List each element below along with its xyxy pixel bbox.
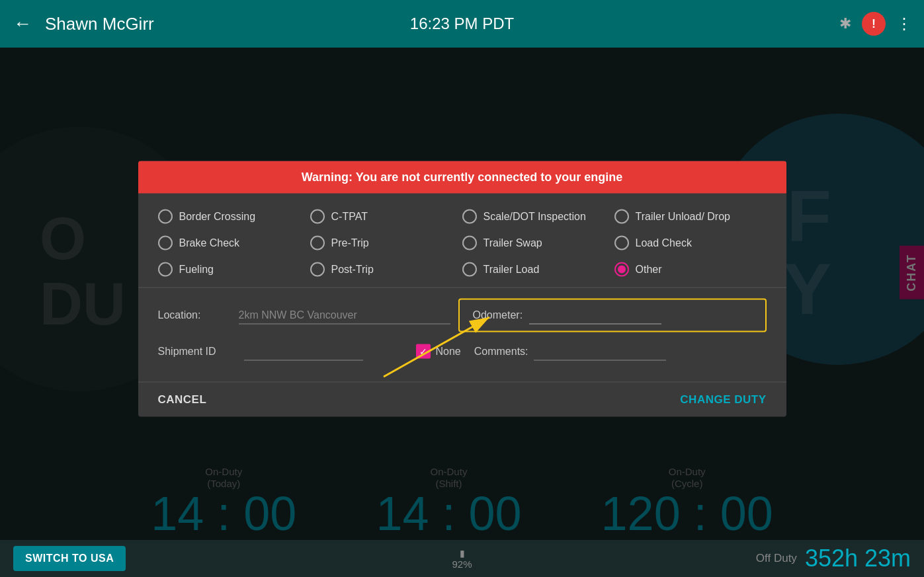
option-label-scale-dot: Scale/DOT Inspection <box>483 210 586 222</box>
option-label-border-crossing: Border Crossing <box>179 210 256 222</box>
battery-icon: ▮ <box>460 548 465 558</box>
cancel-button[interactable]: CANCEL <box>158 393 207 406</box>
none-checkbox-group[interactable]: ✓ None <box>416 344 461 359</box>
change-duty-dialog: Warning: You are not currently connected… <box>138 161 786 416</box>
battery-percentage: 92% <box>452 558 472 570</box>
option-other[interactable]: Other <box>614 262 767 276</box>
dialog-fields: Location: Odometer: Shipment ID ✓ None C… <box>138 288 786 381</box>
none-label: None <box>436 346 461 358</box>
option-label-post-trip: Post-Trip <box>331 263 374 275</box>
odometer-label: Odometer: <box>473 309 523 321</box>
off-duty-label: Off Duty <box>756 552 797 565</box>
option-label-c-tpat: C-TPAT <box>331 210 368 222</box>
current-time: 16:23 PM PDT <box>410 15 514 33</box>
option-load-check[interactable]: Load Check <box>614 235 767 250</box>
option-brake-check[interactable]: Brake Check <box>158 235 310 250</box>
option-pre-trip[interactable]: Pre-Trip <box>310 235 462 250</box>
switch-to-usa-button[interactable]: SWITCH TO USA <box>13 546 126 571</box>
bluetooth-icon: ✱ <box>839 15 851 32</box>
off-duty-value: 352h 23m <box>805 545 911 572</box>
location-input[interactable] <box>239 306 450 324</box>
battery-container: ▮ 92% <box>452 548 472 570</box>
option-trailer-load[interactable]: Trailer Load <box>462 262 614 276</box>
radio-border-crossing[interactable] <box>158 209 173 223</box>
bottom-bar: SWITCH TO USA ▮ 92% Off Duty 352h 23m <box>0 540 924 577</box>
comments-input[interactable] <box>534 342 666 360</box>
location-label: Location: <box>158 309 231 321</box>
radio-scale-dot[interactable] <box>462 209 477 223</box>
dialog-footer: CANCEL CHANGE DUTY <box>138 381 786 416</box>
radio-post-trip[interactable] <box>310 262 325 276</box>
checkmark-icon: ✓ <box>419 346 427 357</box>
radio-trailer-swap[interactable] <box>462 235 477 250</box>
alert-icon[interactable]: ! <box>862 12 886 36</box>
option-label-trailer-load: Trailer Load <box>483 263 540 275</box>
option-label-trailer-swap: Trailer Swap <box>483 237 542 249</box>
option-scale-dot[interactable]: Scale/DOT Inspection <box>462 209 614 223</box>
odometer-input[interactable] <box>529 306 661 324</box>
shipment-id-label: Shipment ID <box>158 346 231 358</box>
option-border-crossing[interactable]: Border Crossing <box>158 209 310 223</box>
shipment-row: Shipment ID ✓ None Comments: <box>158 342 767 360</box>
radio-fueling[interactable] <box>158 262 173 276</box>
options-col-3: Scale/DOT Inspection Trailer Swap Traile… <box>462 209 614 276</box>
options-col-2: C-TPAT Pre-Trip Post-Trip <box>310 209 462 276</box>
option-trailer-unload[interactable]: Trailer Unload/ Drop <box>614 209 767 223</box>
option-label-brake-check: Brake Check <box>179 237 240 249</box>
option-label-fueling: Fueling <box>179 263 214 275</box>
options-col-4: Trailer Unload/ Drop Load Check Other <box>614 209 767 276</box>
warning-banner: Warning: You are not currently connected… <box>138 161 786 193</box>
radio-trailer-unload[interactable] <box>614 209 629 223</box>
option-label-trailer-unload: Trailer Unload/ Drop <box>636 210 730 222</box>
duty-options-grid: Border Crossing Brake Check Fueling C-TP… <box>138 193 786 288</box>
option-c-tpat[interactable]: C-TPAT <box>310 209 462 223</box>
option-post-trip[interactable]: Post-Trip <box>310 262 462 276</box>
option-trailer-swap[interactable]: Trailer Swap <box>462 235 614 250</box>
shipment-id-input[interactable] <box>244 342 363 360</box>
option-fueling[interactable]: Fueling <box>158 262 310 276</box>
option-label-load-check: Load Check <box>636 237 692 249</box>
radio-load-check[interactable] <box>614 235 629 250</box>
radio-brake-check[interactable] <box>158 235 173 250</box>
radio-c-tpat[interactable] <box>310 209 325 223</box>
menu-icon[interactable]: ⋮ <box>896 15 911 33</box>
option-label-other: Other <box>636 263 662 275</box>
off-duty-stats: Off Duty 352h 23m <box>756 545 911 572</box>
radio-trailer-load[interactable] <box>462 262 477 276</box>
none-checkbox[interactable]: ✓ <box>416 344 431 359</box>
comments-group: Comments: <box>474 342 666 360</box>
back-button[interactable]: ← <box>13 13 32 34</box>
options-col-1: Border Crossing Brake Check Fueling <box>158 209 310 276</box>
option-label-pre-trip: Pre-Trip <box>331 237 369 249</box>
odometer-box: Odometer: <box>458 298 767 332</box>
comments-label: Comments: <box>474 346 528 358</box>
header-icons: ✱ ! ⋮ <box>839 12 911 36</box>
location-odometer-row: Location: Odometer: <box>158 298 767 332</box>
change-duty-button[interactable]: CHANGE DUTY <box>680 393 766 406</box>
radio-pre-trip[interactable] <box>310 235 325 250</box>
app-header: ← Shawn McGirr 16:23 PM PDT ✱ ! ⋮ <box>0 0 924 48</box>
radio-other[interactable] <box>614 262 629 276</box>
